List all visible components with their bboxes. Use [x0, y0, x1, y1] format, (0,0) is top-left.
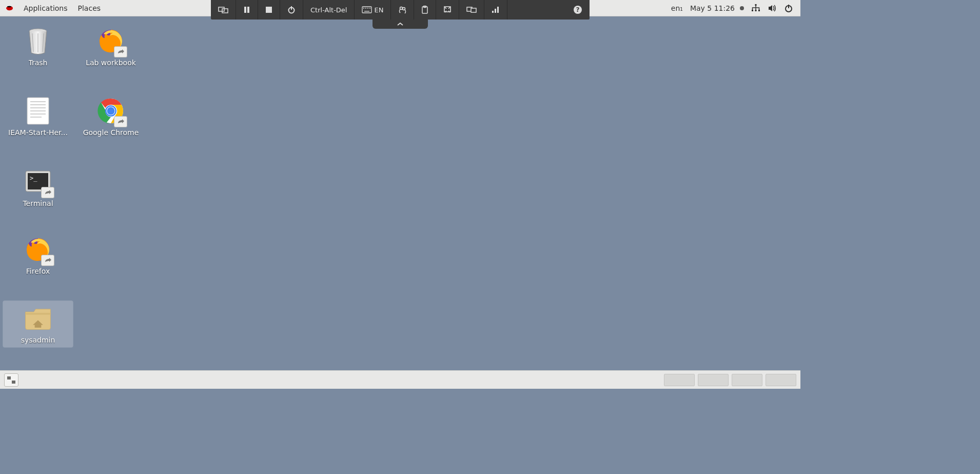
- rv-ctrl-alt-del-button[interactable]: Ctrl-Alt-Del: [303, 0, 355, 20]
- window-list: [664, 374, 796, 386]
- bottom-panel: [0, 370, 800, 389]
- rv-credentials-button[interactable]: [391, 0, 414, 20]
- rv-keyboard-lang: EN: [374, 6, 383, 14]
- window-list-slot[interactable]: [732, 374, 762, 386]
- shortcut-arrow-icon: [114, 46, 127, 58]
- workspace-switcher[interactable]: [4, 373, 18, 387]
- rv-clipboard-button[interactable]: [414, 0, 436, 20]
- svg-text:>_: >_: [30, 175, 37, 182]
- rv-monitors-button[interactable]: [211, 0, 236, 20]
- shortcut-arrow-icon: [41, 187, 54, 198]
- shortcut-arrow-icon: [41, 255, 54, 266]
- rv-network-stats-button[interactable]: [484, 0, 507, 20]
- desktop-icon-label: Google Chrome: [83, 128, 139, 137]
- desktop-icon-label: sysadmin: [21, 336, 55, 344]
- svg-rect-26: [471, 8, 476, 12]
- svg-rect-49: [7, 376, 11, 380]
- redhat-icon: [4, 3, 15, 14]
- panel-right: en₁ May 5 11:26: [671, 0, 800, 16]
- window-list-slot[interactable]: [664, 374, 695, 386]
- places-menu[interactable]: Places: [73, 0, 106, 16]
- desktop-icon-firefox[interactable]: Firefox: [3, 232, 73, 278]
- svg-rect-11: [266, 7, 272, 13]
- desktop-icon-label: Trash: [29, 59, 48, 67]
- applications-menu[interactable]: Applications: [18, 0, 73, 16]
- power-icon[interactable]: [784, 4, 793, 13]
- desktop-icon-lab-workbook[interactable]: Lab workbook: [76, 24, 146, 70]
- desktop-icon-label: Firefox: [26, 267, 50, 275]
- desktop-icon-terminal[interactable]: >_ Terminal: [3, 164, 73, 211]
- chrome-icon: [96, 97, 125, 125]
- svg-rect-2: [752, 10, 753, 11]
- window-list-slot[interactable]: [698, 374, 729, 386]
- panel-left: Applications Places: [0, 0, 106, 16]
- clock-text: May 5 11:26: [690, 4, 735, 12]
- text-document-icon: [24, 97, 52, 125]
- svg-rect-29: [497, 7, 499, 13]
- desktop-icon-label: Lab workbook: [86, 59, 136, 67]
- rv-power-button[interactable]: [280, 0, 303, 20]
- svg-rect-50: [12, 381, 15, 384]
- svg-rect-4: [758, 10, 760, 11]
- svg-text:?: ?: [576, 6, 580, 13]
- desktop-icon-ieam[interactable]: IEAM-Start-Her...: [3, 93, 73, 140]
- workspace-icon: [7, 376, 15, 384]
- firefox-icon: [96, 27, 125, 55]
- svg-rect-3: [755, 10, 757, 11]
- desktop[interactable]: Trash Lab workbook: [0, 16, 800, 370]
- network-icon[interactable]: [751, 4, 760, 13]
- svg-rect-8: [222, 9, 228, 13]
- volume-icon[interactable]: [768, 4, 777, 13]
- svg-point-0: [7, 6, 11, 7]
- svg-rect-9: [244, 7, 246, 13]
- window-list-slot[interactable]: [766, 374, 796, 386]
- shortcut-arrow-icon: [114, 116, 127, 127]
- svg-rect-14: [362, 7, 371, 13]
- firefox-icon: [24, 235, 52, 264]
- chevron-up-icon: [397, 22, 404, 26]
- rv-stop-button[interactable]: [258, 0, 280, 20]
- rv-toolbar-collapse-handle[interactable]: [373, 20, 428, 29]
- desktop-icon-chrome[interactable]: Google Chrome: [76, 93, 146, 140]
- svg-rect-28: [495, 9, 496, 13]
- rv-fullscreen-button[interactable]: [436, 0, 459, 20]
- desktop-icon-label: Terminal: [23, 199, 53, 207]
- rv-pause-button[interactable]: [236, 0, 258, 20]
- notification-dot-icon: [740, 6, 744, 10]
- remote-viewer-toolbar: Ctrl-Alt-Del EN ?: [211, 0, 590, 20]
- keyboard-icon: [362, 6, 372, 13]
- svg-point-21: [403, 8, 405, 10]
- home-folder-icon: [24, 304, 52, 333]
- svg-rect-7: [219, 7, 224, 11]
- clock[interactable]: May 5 11:26: [690, 4, 744, 12]
- desktop-icon-trash[interactable]: Trash: [3, 24, 73, 70]
- svg-rect-1: [755, 4, 757, 6]
- rv-keyboard-layout-button[interactable]: EN: [355, 0, 391, 20]
- svg-point-44: [107, 107, 115, 115]
- svg-point-20: [400, 7, 403, 10]
- desktop-icon-sysadmin[interactable]: sysadmin: [3, 301, 73, 347]
- desktop-icon-label: IEAM-Start-Her...: [8, 128, 68, 137]
- rv-help-button[interactable]: ?: [566, 0, 590, 20]
- keyboard-layout-indicator[interactable]: en₁: [671, 4, 683, 12]
- rv-multi-monitor-button[interactable]: [459, 0, 484, 20]
- svg-rect-27: [492, 11, 494, 13]
- trash-icon: [24, 27, 52, 55]
- terminal-icon: >_: [24, 167, 52, 196]
- svg-rect-10: [247, 7, 249, 13]
